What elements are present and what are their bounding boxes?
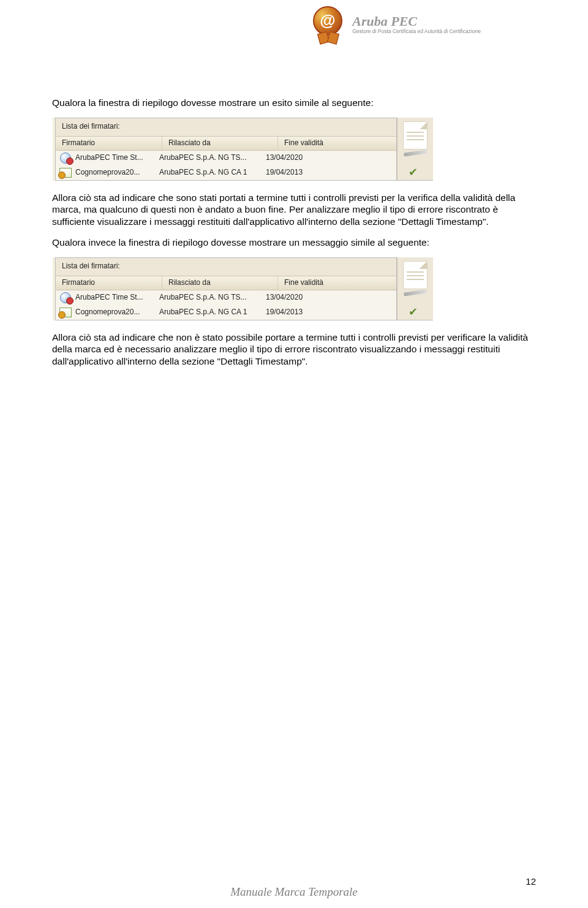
- cell-fine: 19/04/2013: [263, 168, 303, 177]
- document-icon: [403, 261, 428, 289]
- brand-tagline: Gestore di Posta Certificata ed Autorità…: [352, 28, 481, 34]
- cell-firmatario: Cognomeprova20...: [73, 308, 157, 317]
- signer-list-title: Lista dei firmatari:: [56, 258, 396, 276]
- footer-title: Manuale Marca Temporale: [0, 885, 588, 899]
- col-firmatario: Firmatario: [56, 137, 162, 149]
- cell-rilasciato: ArubaPEC S.p.A. NG CA 1: [157, 308, 263, 317]
- checkmark-icon: [409, 305, 422, 316]
- table-header: Firmatario Rilasciato da Fine validità: [56, 137, 396, 150]
- table-header: Firmatario Rilasciato da Fine validità: [56, 276, 396, 290]
- document-icon: [403, 121, 428, 149]
- header-logo: @ Aruba PEC Gestore di Posta Certificata…: [313, 6, 481, 42]
- signer-list-screenshot-2: Lista dei firmatari: Firmatario Rilascia…: [52, 257, 433, 320]
- cell-fine: 19/04/2013: [263, 308, 303, 317]
- col-rilasciato: Rilasciato da: [162, 276, 278, 289]
- col-fine: Fine validità: [278, 276, 396, 289]
- cell-rilasciato: ArubaPEC S.p.A. NG CA 1: [157, 168, 263, 177]
- signer-list-screenshot-1: Lista dei firmatari: Firmatario Rilascia…: [52, 118, 433, 181]
- table-row: ArubaPEC Time St... ArubaPEC S.p.A. NG T…: [56, 290, 396, 305]
- signer-list-title: Lista dei firmatari:: [56, 118, 396, 137]
- cell-rilasciato: ArubaPEC S.p.A. NG TS...: [157, 153, 263, 162]
- table-row: Cognomeprova20... ArubaPEC S.p.A. NG CA …: [56, 305, 396, 320]
- paragraph-3: Qualora invece la finestra di riepilogo …: [52, 236, 536, 249]
- cell-fine: 13/04/2020: [263, 293, 303, 302]
- timestamp-error-icon: [58, 152, 73, 164]
- certificate-icon: [58, 167, 73, 179]
- cell-rilasciato: ArubaPEC S.p.A. NG TS...: [157, 293, 263, 302]
- side-panel: [397, 118, 433, 181]
- brand-text: Aruba PEC Gestore di Posta Certificata e…: [352, 13, 481, 34]
- seal-icon: @: [313, 6, 349, 42]
- col-fine: Fine validità: [278, 137, 396, 149]
- cell-fine: 13/04/2020: [263, 153, 303, 162]
- paragraph-4: Allora ciò sta ad indicare che non è sta…: [52, 331, 536, 368]
- paragraph-1: Qualora la finestra di riepilogo dovesse…: [52, 97, 536, 109]
- certificate-icon: [58, 306, 73, 319]
- brand-title: Aruba PEC: [352, 13, 481, 29]
- table-row: Cognomeprova20... ArubaPEC S.p.A. NG CA …: [56, 165, 396, 180]
- paragraph-2: Allora ciò sta ad indicare che sono stat…: [52, 192, 536, 228]
- cell-firmatario: Cognomeprova20...: [73, 168, 157, 177]
- pen-icon: [404, 289, 427, 298]
- cell-firmatario: ArubaPEC Time St...: [73, 293, 157, 302]
- col-firmatario: Firmatario: [56, 276, 162, 289]
- pen-icon: [404, 149, 427, 158]
- side-panel: [397, 257, 433, 320]
- cell-firmatario: ArubaPEC Time St...: [73, 153, 157, 162]
- col-rilasciato: Rilasciato da: [162, 137, 278, 149]
- checkmark-icon: [409, 165, 422, 176]
- table-row: ArubaPEC Time St... ArubaPEC S.p.A. NG T…: [56, 151, 396, 165]
- timestamp-error-icon: [58, 292, 73, 304]
